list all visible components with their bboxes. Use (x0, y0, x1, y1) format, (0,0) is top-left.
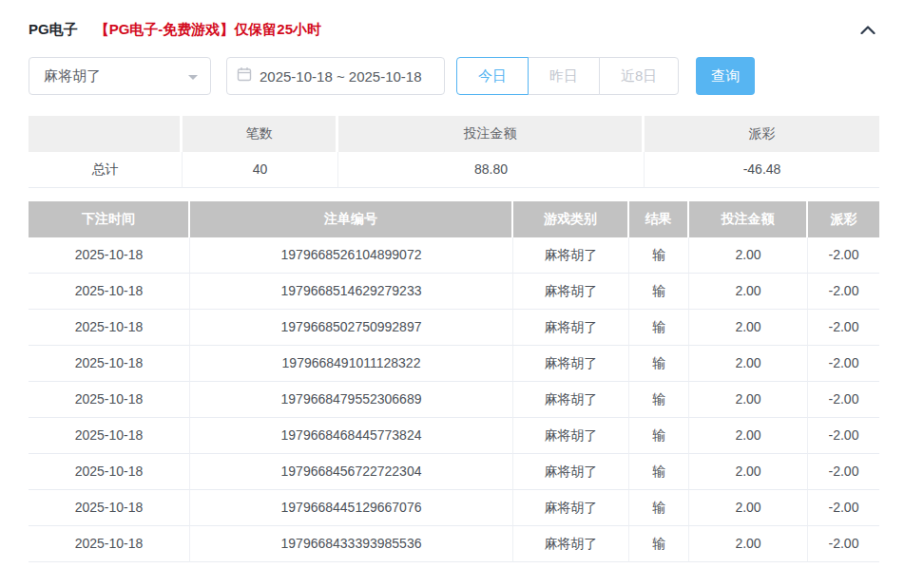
summary-table: 笔数 投注金额 派彩 总计 40 88.80 -46.48 (29, 116, 879, 188)
bet-result: 输 (629, 418, 689, 454)
game-select-value: 麻将胡了 (44, 67, 187, 85)
summary-total-count: 40 (183, 152, 338, 188)
bet-result: 输 (629, 274, 689, 310)
bet-amount: 2.00 (689, 274, 808, 310)
bets-header-game: 游戏类别 (513, 201, 629, 237)
bet-game: 麻将胡了 (513, 346, 629, 382)
game-select[interactable]: 麻将胡了 (29, 57, 211, 95)
bet-game: 麻将胡了 (513, 310, 629, 346)
bet-payout: -2.00 (808, 346, 879, 382)
table-row: 2025-10-18 1979668433393985536 麻将胡了 输 2.… (29, 526, 879, 562)
bet-time: 2025-10-18 (29, 418, 190, 454)
panel-header: PG电子 【PG电子-免费游戏】仅保留25小时 (29, 19, 879, 40)
bet-game: 麻将胡了 (513, 454, 629, 490)
table-row: 2025-10-18 1979668514629279233 麻将胡了 输 2.… (29, 274, 879, 310)
summary-header-row: 笔数 投注金额 派彩 (29, 116, 879, 152)
bet-game: 麻将胡了 (513, 274, 629, 310)
date-range-value: 2025-10-18 ~ 2025-10-18 (260, 68, 422, 85)
summary-header-bet-amount: 投注金额 (338, 116, 645, 152)
bet-result: 输 (629, 237, 689, 274)
summary-total-label: 总计 (29, 152, 183, 188)
table-row: 2025-10-18 1979668456722722304 麻将胡了 输 2.… (29, 454, 879, 490)
bet-game: 麻将胡了 (513, 382, 629, 418)
bet-payout: -2.00 (808, 490, 879, 526)
bet-result: 输 (629, 490, 689, 526)
bets-table-body: 2025-10-18 1979668526104899072 麻将胡了 输 2.… (29, 237, 879, 562)
quick-range-group: 今日 昨日 近8日 (456, 57, 679, 95)
summary-total-row: 总计 40 88.80 -46.48 (29, 152, 879, 188)
free-game-notice: 【PG电子-免费游戏】仅保留25小时 (95, 21, 321, 39)
bet-game: 麻将胡了 (513, 237, 629, 274)
bet-time: 2025-10-18 (29, 237, 190, 274)
pg-records-panel: PG电子 【PG电子-免费游戏】仅保留25小时 麻将胡了 (29, 19, 879, 562)
search-button[interactable]: 查询 (696, 57, 755, 95)
panel-title: PG电子 (29, 21, 78, 39)
summary-header-count: 笔数 (183, 116, 338, 152)
chevron-up-icon (860, 23, 876, 37)
range-button-last8days[interactable]: 近8日 (599, 57, 679, 95)
filter-row: 麻将胡了 2025-10-18 ~ 2025-10-18 今日 昨日 近8日 查… (29, 57, 879, 95)
bet-amount: 2.00 (689, 454, 808, 490)
bet-result: 输 (629, 382, 689, 418)
date-range-input[interactable]: 2025-10-18 ~ 2025-10-18 (226, 57, 445, 95)
bets-header-result: 结果 (629, 201, 689, 237)
bet-amount: 2.00 (689, 346, 808, 382)
bet-game: 麻将胡了 (513, 490, 629, 526)
bet-payout: -2.00 (808, 418, 879, 454)
bet-payout: -2.00 (808, 526, 879, 562)
table-row: 2025-10-18 1979668445129667076 麻将胡了 输 2.… (29, 490, 879, 526)
table-row: 2025-10-18 1979668468445773824 麻将胡了 输 2.… (29, 418, 879, 454)
bet-game: 麻将胡了 (513, 526, 629, 562)
bet-time: 2025-10-18 (29, 454, 190, 490)
bet-payout: -2.00 (808, 310, 879, 346)
bet-amount: 2.00 (689, 526, 808, 562)
bets-header-time: 下注时间 (29, 201, 190, 237)
bet-time: 2025-10-18 (29, 490, 190, 526)
table-row: 2025-10-18 1979668502750992897 麻将胡了 输 2.… (29, 310, 879, 346)
bet-amount: 2.00 (689, 418, 808, 454)
bet-time: 2025-10-18 (29, 274, 190, 310)
table-row: 2025-10-18 1979668526104899072 麻将胡了 输 2.… (29, 237, 879, 274)
range-button-today[interactable]: 今日 (456, 57, 529, 95)
bet-order-no: 1979668526104899072 (190, 237, 513, 274)
bet-order-no: 1979668502750992897 (190, 310, 513, 346)
bet-payout: -2.00 (808, 274, 879, 310)
bet-amount: 2.00 (689, 382, 808, 418)
bet-game: 麻将胡了 (513, 418, 629, 454)
summary-header-payout: 派彩 (645, 116, 879, 152)
bet-amount: 2.00 (689, 237, 808, 274)
bet-order-no: 1979668479552306689 (190, 382, 513, 418)
bet-order-no: 1979668456722722304 (190, 454, 513, 490)
summary-header-blank (29, 116, 183, 152)
bet-payout: -2.00 (808, 454, 879, 490)
bet-amount: 2.00 (689, 490, 808, 526)
bet-time: 2025-10-18 (29, 346, 190, 382)
table-row: 2025-10-18 1979668491011128322 麻将胡了 输 2.… (29, 346, 879, 382)
bet-order-no: 1979668468445773824 (190, 418, 513, 454)
bets-header-order-no: 注单编号 (190, 201, 513, 237)
bet-order-no: 1979668491011128322 (190, 346, 513, 382)
bet-result: 输 (629, 310, 689, 346)
bet-payout: -2.00 (808, 237, 879, 274)
bet-order-no: 1979668445129667076 (190, 490, 513, 526)
calendar-icon (237, 66, 252, 85)
bet-time: 2025-10-18 (29, 382, 190, 418)
bets-header-payout: 派彩 (808, 201, 879, 237)
collapse-button[interactable] (857, 19, 879, 40)
summary-total-bet-amount: 88.80 (338, 152, 645, 188)
bet-time: 2025-10-18 (29, 310, 190, 346)
bet-order-no: 1979668514629279233 (190, 274, 513, 310)
range-button-yesterday[interactable]: 昨日 (528, 57, 600, 95)
summary-total-payout: -46.48 (645, 152, 879, 188)
chevron-down-icon (187, 67, 199, 85)
bet-amount: 2.00 (689, 310, 808, 346)
bets-header-amount: 投注金额 (689, 201, 808, 237)
bets-table: 下注时间 注单编号 游戏类别 结果 投注金额 派彩 2025-10-18 197… (29, 201, 879, 562)
table-row: 2025-10-18 1979668479552306689 麻将胡了 输 2.… (29, 382, 879, 418)
bet-time: 2025-10-18 (29, 526, 190, 562)
bets-header-row: 下注时间 注单编号 游戏类别 结果 投注金额 派彩 (29, 201, 879, 237)
bet-result: 输 (629, 346, 689, 382)
bet-payout: -2.00 (808, 382, 879, 418)
bet-result: 输 (629, 526, 689, 562)
bet-order-no: 1979668433393985536 (190, 526, 513, 562)
